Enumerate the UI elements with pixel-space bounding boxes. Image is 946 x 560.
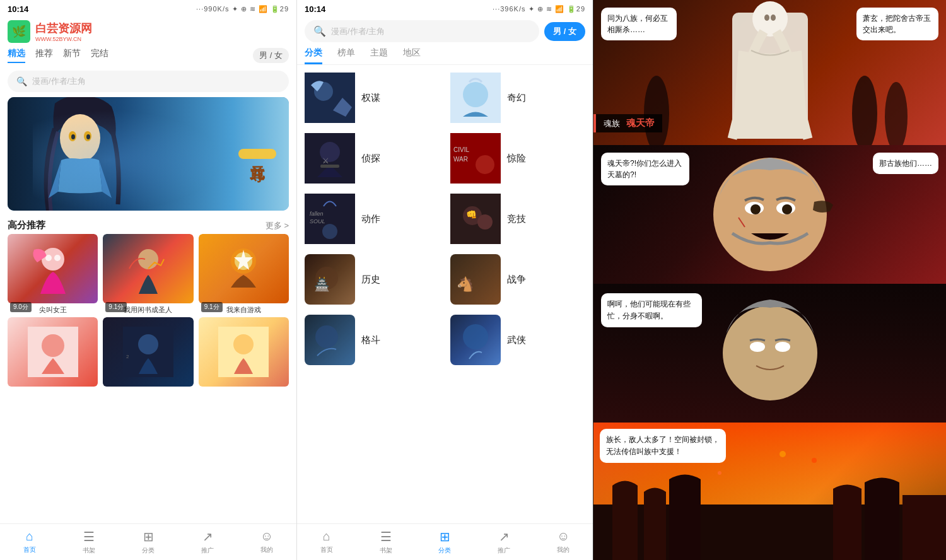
bubble-2-tr: 那古族他们…… [873,153,938,174]
manga-card-0[interactable]: 9.0分 尖叫女王 [8,234,98,315]
cat-item-zhentian[interactable]: ⚔ 侦探 [305,133,440,184]
badge-name-1: 魂天帝 [626,117,655,128]
p2-nav-shelf[interactable]: ☰ 书架 [356,524,416,560]
search-bar-1[interactable]: 🔍 漫画/作者/主角 [8,71,289,92]
svg-point-53 [771,15,776,21]
manga-thumb-2 [199,234,289,303]
cat-item-dongzuo[interactable]: fallen SOUL 动作 [305,194,440,244]
search-placeholder-1: 漫画/作者/主角 [32,76,86,87]
banner[interactable]: 元尊 [8,97,289,211]
cat-item-quanmou[interactable]: 权谋 [305,73,440,123]
tab-ranking[interactable]: 榜单 [337,47,355,64]
cat-thumb-jingji: 👊 [450,194,501,244]
badge-prefix-1: 魂族 [604,119,620,128]
bubble-2-tl: 魂天帝?!你们怎么进入天墓的?! [601,153,689,185]
p2-nav-category[interactable]: ⊞ 分类 [416,524,475,560]
p2-category-label: 分类 [438,546,451,555]
nav-tab-xinjie[interactable]: 新节 [63,48,81,63]
manga-card-4[interactable]: 2 [103,317,193,388]
cat-thumb-qihuan [450,73,501,123]
panel2-search-bar[interactable]: 🔍 漫画/作者/主角 [305,20,539,42]
svg-point-72 [780,451,786,457]
p2-promo-label: 推广 [498,546,510,555]
svg-point-49 [885,82,908,145]
svg-point-60 [750,342,765,352]
gender-toggle-1[interactable]: 男 / 女 [253,48,289,63]
panel2-bottom-nav: ⌂ 首页 ☰ 书架 ⊞ 分类 ↗ 推广 ☺ 我的 [297,523,593,560]
svg-text:fallen: fallen [310,211,324,217]
tab-theme[interactable]: 主题 [370,47,388,64]
bubble-4-bl: 族长，敌人太多了！空间被封锁，无法传信叫族中支援！ [600,429,726,463]
cat-thumb-jingxian: CIVIL WAR [450,133,501,184]
p2-nav-mine[interactable]: ☺ 我的 [534,524,593,560]
mine-icon-1: ☺ [260,529,273,544]
cat-label-qihuan: 奇幻 [507,92,586,104]
gender-toggle-2[interactable]: 男 / 女 [544,22,585,41]
svg-point-51 [752,1,788,37]
logo-main-text: 白芸资源网 [35,21,92,36]
leaf-icon: 🌿 [12,25,26,38]
bottom-nav-promo-label-1: 推广 [201,546,214,555]
cat-thumb-wuxia [450,315,501,365]
status-bar-1: 10:14 ···990K/s ✦ ⊕ ≋ 📶 🔋29 [0,0,296,18]
svg-point-7 [54,255,61,261]
svg-rect-68 [669,479,701,560]
cat-item-wuxia[interactable]: 武侠 [450,315,586,365]
logo-icon[interactable]: 🌿 [8,20,30,43]
logo-text-area: 白芸资源网 WWW.52BYW.CN [35,21,92,42]
bottom-nav-home-1[interactable]: ⌂ 首页 [0,524,59,560]
svg-point-33 [322,224,337,239]
manga-thumb-4: 2 [103,317,193,387]
svg-text:👊: 👊 [466,209,477,220]
search-area-1: 🔍 漫画/作者/主角 [0,66,296,97]
tab-category[interactable]: 分类 [305,47,322,64]
cat-item-qihuan[interactable]: 奇幻 [450,73,586,123]
cat-item-lishi[interactable]: 🏯 历史 [305,254,440,305]
bubble-2-tr-text: 那古族他们…… [879,159,932,168]
status-time-1: 10:14 [8,4,28,14]
manga-card-3[interactable] [8,317,98,388]
bottom-nav-category-1[interactable]: ⊞ 分类 [119,524,178,560]
p2-nav-home[interactable]: ⌂ 首页 [297,524,356,560]
p2-promo-icon: ↗ [499,529,510,544]
cat-label-wuxia: 武侠 [507,334,586,346]
manga-card-1[interactable]: 9.1分 我用闲书成圣人 [103,234,193,315]
cat-thumb-zhentian: ⚔ [305,133,355,184]
nav-tab-wanjie[interactable]: 完结 [91,48,108,63]
manga-card-2[interactable]: 9.1分 我来自游戏 [199,234,289,315]
p2-home-label: 首页 [320,545,333,554]
bottom-nav-shelf-1[interactable]: ☰ 书架 [59,524,119,560]
svg-text:⚔: ⚔ [322,156,329,165]
manga-grid-row2: 2 [0,315,296,388]
panel2-app: 10:14 ···396K/s ✦ ⊕ ≋ 📶 🔋29 🔍 漫画/作者/主角 男… [296,0,593,560]
svg-point-69 [718,471,721,475]
tab-region[interactable]: 地区 [403,47,421,64]
svg-text:🏯: 🏯 [314,277,330,292]
cat-item-jingji[interactable]: 👊 竞技 [450,194,586,244]
nav-tab-jingxuan[interactable]: 精选 [8,48,25,63]
svg-point-29 [476,155,494,174]
manga-card-5[interactable] [199,317,289,388]
p2-mine-icon: ☺ [557,529,569,544]
svg-point-46 [463,324,488,349]
status-bar-2: 10:14 ···396K/s ✦ ⊕ ≋ 📶 🔋29 [297,0,593,18]
cat-item-zhanzheng[interactable]: 🐴 战争 [450,254,586,305]
bubble-1-tl: 同为八族，何必互相厮杀…… [601,8,677,40]
cat-item-jingxian[interactable]: CIVIL WAR 惊险 [450,133,586,184]
svg-point-17 [233,334,254,354]
section-more[interactable]: 更多 > [266,220,289,231]
shelf-icon-1: ☰ [83,529,95,544]
bottom-nav-mine-1[interactable]: ☺ 我的 [237,524,296,560]
bottom-nav-category-label-1: 分类 [142,546,155,555]
p2-nav-promo[interactable]: ↗ 推广 [474,524,534,560]
nav-tab-tuijian[interactable]: 推荐 [35,48,53,63]
cat-item-gedou[interactable]: 格斗 [305,315,440,365]
bubble-3-tl-text: 啊呵，他们可能现在有些忙，分身不暇啊。 [607,300,691,320]
nav-tabs: 精选 推荐 新节 完结 [8,48,108,63]
status-icons-1: ···990K/s ✦ ⊕ ≋ 📶 🔋29 [196,5,289,13]
svg-point-6 [45,255,52,261]
logo-area: 🌿 白芸资源网 WWW.52BYW.CN [8,20,289,43]
svg-point-44 [315,325,338,348]
bottom-nav-promo-1[interactable]: ↗ 推广 [178,524,237,560]
score-badge-1: 9.1分 [105,302,127,312]
